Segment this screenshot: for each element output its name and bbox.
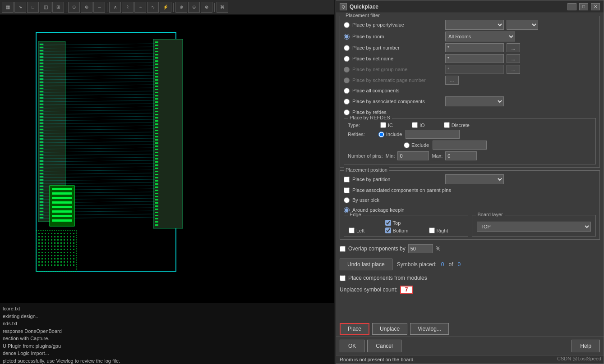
edge-bottom-checkbox[interactable] bbox=[385, 228, 391, 233]
modules-checkbox[interactable] bbox=[340, 275, 346, 281]
place-all-label[interactable]: Place all components bbox=[352, 88, 443, 93]
associated-select[interactable] bbox=[445, 96, 504, 106]
place-by-net-radio[interactable] bbox=[344, 56, 350, 62]
toolbar-btn-14[interactable]: ⊕ bbox=[175, 2, 187, 13]
pins-min-input[interactable] bbox=[397, 151, 429, 160]
refdes-include-input[interactable] bbox=[406, 130, 460, 139]
toolbar-btn-15[interactable]: ⊖ bbox=[188, 2, 200, 13]
place-by-partition-label[interactable]: Place by partition bbox=[352, 177, 443, 182]
svg-rect-12 bbox=[40, 72, 43, 73]
overlap-checkbox[interactable] bbox=[340, 246, 346, 252]
toolbar-btn-11[interactable]: ⌁ bbox=[134, 2, 146, 13]
close-button[interactable]: ✕ bbox=[591, 3, 600, 10]
type-ic-label[interactable]: IC bbox=[380, 122, 393, 128]
refdes-include-radio[interactable] bbox=[378, 132, 384, 137]
restore-button[interactable]: □ bbox=[579, 3, 588, 10]
place-all-radio[interactable] bbox=[344, 88, 350, 94]
place-by-part-radio[interactable] bbox=[344, 45, 350, 51]
place-associated-pins-checkbox[interactable] bbox=[344, 187, 350, 193]
toolbar-btn-10[interactable]: ⌇ bbox=[122, 2, 134, 13]
place-by-netgroup-radio[interactable] bbox=[344, 67, 350, 73]
netgroup-input[interactable] bbox=[445, 65, 504, 74]
place-by-associated-label[interactable]: Place by associated components bbox=[352, 99, 443, 104]
edge-left-label[interactable]: Left bbox=[349, 228, 380, 233]
property-select-1[interactable] bbox=[445, 20, 504, 30]
ok-button[interactable]: OK bbox=[340, 340, 364, 352]
by-user-pick-label[interactable]: By user pick bbox=[352, 197, 443, 203]
toolbar-btn-3[interactable]: □ bbox=[27, 2, 39, 13]
svg-rect-15 bbox=[40, 82, 43, 83]
type-ic-text: IC bbox=[388, 123, 393, 128]
cancel-button[interactable]: Cancel bbox=[367, 340, 401, 352]
place-by-schematic-radio[interactable] bbox=[344, 77, 350, 83]
schematic-btn[interactable]: ... bbox=[445, 76, 459, 85]
svg-rect-176 bbox=[38, 233, 40, 234]
minimize-button[interactable]: — bbox=[567, 3, 576, 10]
place-by-property-radio[interactable] bbox=[344, 22, 350, 28]
part-number-input[interactable] bbox=[445, 43, 504, 52]
edge-top-checkbox[interactable] bbox=[385, 220, 391, 226]
edge-left-checkbox[interactable] bbox=[349, 228, 355, 233]
toolbar-btn-4[interactable]: ◫ bbox=[40, 2, 51, 13]
toolbar-btn-7[interactable]: ⊕ bbox=[81, 2, 92, 13]
property-select-2[interactable] bbox=[507, 20, 538, 30]
type-io-label[interactable]: IO bbox=[412, 122, 425, 128]
place-by-netgroup-label[interactable]: Place by net group name bbox=[352, 67, 443, 72]
toolbar-btn-16[interactable]: ⊗ bbox=[201, 2, 212, 13]
undo-last-place-button[interactable]: Undo last place bbox=[340, 259, 392, 270]
place-by-partition-checkbox[interactable] bbox=[344, 177, 350, 182]
place-by-net-label[interactable]: Place by net name bbox=[352, 56, 443, 61]
edge-right-label[interactable]: Right bbox=[429, 228, 463, 233]
toolbar-btn-8[interactable]: → bbox=[93, 2, 105, 13]
net-name-input[interactable] bbox=[445, 54, 504, 63]
refdes-exclude-label[interactable]: Exclude bbox=[404, 142, 429, 148]
toolbar-btn-9[interactable]: ∧ bbox=[109, 2, 121, 13]
refdes-exclude-text: Exclude bbox=[411, 142, 429, 148]
by-user-pick-radio[interactable] bbox=[344, 197, 350, 203]
toolbar-btn-12[interactable]: ∿ bbox=[147, 2, 159, 13]
board-layer-select[interactable]: TOP BOTTOM bbox=[477, 222, 591, 232]
overlap-value-input[interactable] bbox=[408, 244, 433, 253]
unplace-button[interactable]: Unplace bbox=[372, 323, 407, 335]
part-number-btn[interactable]: ... bbox=[507, 43, 520, 52]
place-by-room-radio[interactable] bbox=[344, 34, 350, 40]
partition-select[interactable] bbox=[445, 174, 504, 184]
around-keepin-label[interactable]: Around package keepin bbox=[352, 207, 443, 213]
type-ic-checkbox[interactable] bbox=[380, 122, 386, 128]
room-select[interactable]: All Rooms bbox=[445, 32, 515, 41]
place-by-associated-radio[interactable] bbox=[344, 99, 350, 105]
toolbar-btn-6[interactable]: ⊙ bbox=[68, 2, 80, 13]
edge-bottom-label[interactable]: Bottom bbox=[385, 228, 424, 233]
toolbar-btn-2[interactable]: ∿ bbox=[14, 2, 26, 13]
toolbar-btn-1[interactable]: ▦ bbox=[2, 2, 14, 13]
toolbar-btn-17[interactable]: ⌘ bbox=[217, 2, 228, 13]
place-by-refdes-label[interactable]: Place by refdes bbox=[352, 109, 443, 115]
edge-top-label[interactable]: Top bbox=[385, 220, 424, 226]
place-by-property-label[interactable]: Place by property/value bbox=[352, 22, 443, 27]
place-by-room-label[interactable]: Place by room bbox=[352, 34, 443, 39]
toolbar-btn-13[interactable]: ⚡ bbox=[160, 2, 171, 13]
place-by-refdes-radio[interactable] bbox=[344, 109, 350, 115]
edge-right-checkbox[interactable] bbox=[429, 228, 435, 233]
type-io-checkbox[interactable] bbox=[412, 122, 418, 128]
refdes-include-label[interactable]: Include bbox=[378, 132, 402, 137]
type-discrete-checkbox[interactable] bbox=[444, 122, 450, 128]
modules-label[interactable]: Place components from modules bbox=[348, 275, 427, 281]
place-by-part-label[interactable]: Place by part number bbox=[352, 45, 443, 50]
viewlog-button[interactable]: Viewlog... bbox=[410, 323, 449, 335]
netgroup-btn[interactable]: ... bbox=[507, 65, 520, 74]
pins-max-input[interactable] bbox=[445, 151, 477, 160]
refdes-exclude-input[interactable] bbox=[433, 141, 487, 150]
help-button[interactable]: Help bbox=[572, 340, 600, 352]
type-discrete-label[interactable]: Discrete bbox=[444, 122, 470, 128]
svg-rect-316 bbox=[52, 219, 72, 222]
place-by-schematic-label[interactable]: Place by schematic page number bbox=[352, 77, 443, 83]
overlap-label[interactable]: Overlap components by bbox=[348, 246, 406, 252]
net-name-btn[interactable]: ... bbox=[507, 54, 520, 63]
toolbar-btn-5[interactable]: ⊞ bbox=[52, 2, 64, 13]
status-line-3: nds.txt bbox=[3, 320, 331, 328]
refdes-exclude-radio[interactable] bbox=[404, 142, 410, 148]
svg-rect-275 bbox=[48, 258, 49, 259]
place-button[interactable]: Place bbox=[340, 323, 369, 335]
place-associated-pins-label[interactable]: Place associated components on parent pi… bbox=[352, 187, 451, 193]
